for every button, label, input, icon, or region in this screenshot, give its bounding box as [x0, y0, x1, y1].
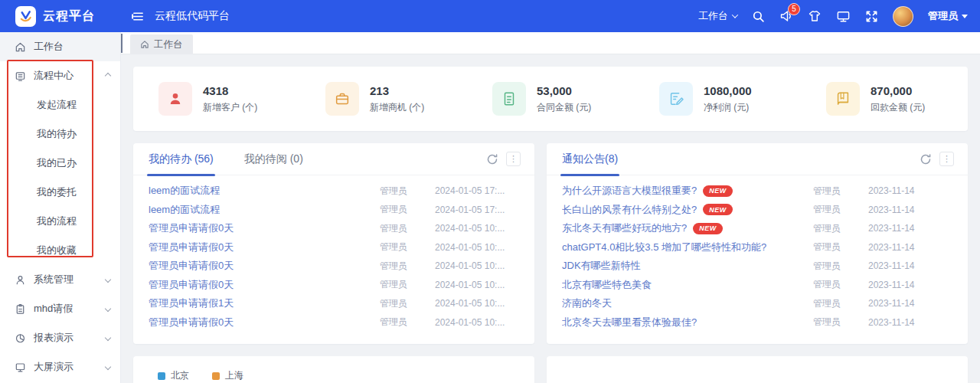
workspace-dropdown-label: 工作台: [698, 9, 728, 23]
todo-link[interactable]: leem的面试流程: [149, 184, 380, 198]
workspace-dropdown[interactable]: 工作台: [698, 9, 737, 23]
user-menu[interactable]: 管理员: [928, 9, 968, 23]
owner-label: 管理员: [380, 297, 427, 310]
notice-link[interactable]: 北京冬天去哪里看景体验最佳?: [562, 316, 813, 329]
sidebar-subitem-my-process[interactable]: 我的流程: [0, 207, 120, 236]
sidebar-item-bigscreen-demo[interactable]: 大屏演示: [0, 352, 120, 381]
sidebar-item-label: 流程中心: [34, 69, 74, 83]
owner-label: 管理员: [380, 185, 427, 198]
more-options-icon[interactable]: ⋮: [939, 152, 954, 166]
list-item: leem的面试流程管理员2024-01-05 17:...: [149, 182, 519, 201]
new-badge: NEW: [703, 204, 733, 215]
notice-panel-header: 通知公告(8) ⋮: [547, 143, 968, 175]
notice-link[interactable]: 北京有哪些特色美食: [562, 278, 813, 292]
date-label: 2023-11-14: [868, 205, 952, 215]
sidebar-item-label: mhd请假: [34, 302, 73, 316]
notice-link[interactable]: 东北冬天有哪些好玩的地方?NEW: [562, 221, 813, 235]
tab-workbench[interactable]: 工作台: [130, 34, 193, 54]
legend-item-beijing[interactable]: 北京: [158, 369, 189, 382]
more-options-icon[interactable]: ⋮: [506, 152, 521, 166]
theme-skin-icon[interactable]: [808, 9, 822, 23]
edit-document-icon: [659, 82, 693, 116]
menu-collapse-icon[interactable]: [132, 10, 145, 23]
tab-label: 我的待办 (56): [149, 152, 214, 166]
list-item: 东北冬天有哪些好玩的地方?NEW管理员2023-11-14: [562, 219, 952, 238]
sidebar-item-system-management[interactable]: 系统管理: [0, 265, 120, 294]
pie-chart-icon: [14, 332, 26, 344]
sidebar-subitem-my-done[interactable]: 我的已办: [0, 149, 120, 178]
announcement-horn-icon[interactable]: 5: [779, 9, 793, 23]
stat-label: 新增商机 (个): [370, 101, 424, 114]
stat-payment-collected: 870,000 回款金额 (元): [801, 82, 968, 116]
legend-label: 北京: [171, 369, 189, 382]
tab-my-todo[interactable]: 我的待办 (56): [149, 143, 214, 175]
notice-link[interactable]: 长白山的风景有什么特别之处?NEW: [562, 203, 813, 217]
stat-label: 新增客户 (个): [203, 101, 257, 114]
header-actions: 工作台 5: [698, 6, 980, 27]
sidebar-subitem-label: 我的待办: [37, 127, 77, 141]
todo-link[interactable]: 管理员申请请假0天: [149, 278, 380, 292]
sidebar-item-mhd-leave[interactable]: mhd请假: [0, 294, 120, 323]
notice-list: 为什么开源语言大模型很重要?NEW管理员2023-11-14 长白山的风景有什么…: [547, 175, 968, 332]
sidebar-item-workbench[interactable]: 工作台: [0, 32, 120, 61]
stat-value: 870,000: [871, 84, 925, 97]
todo-link[interactable]: 管理员申请请假0天: [149, 241, 380, 254]
chevron-down-icon: [105, 335, 111, 341]
owner-label: 管理员: [813, 297, 861, 310]
sidebar-subitem-label: 我的流程: [37, 214, 77, 228]
monitor-icon[interactable]: [836, 9, 851, 24]
briefcase-icon: [325, 82, 359, 116]
caret-down-icon: [962, 15, 968, 18]
user-avatar[interactable]: [893, 6, 913, 27]
stat-label: 合同金额 (元): [537, 101, 591, 114]
todo-link[interactable]: 管理员申请请假0天: [149, 259, 380, 273]
owner-label: 管理员: [380, 260, 427, 273]
todo-link[interactable]: 管理员申请请假1天: [149, 296, 380, 310]
todo-list: leem的面试流程管理员2024-01-05 17:... leem的面试流程管…: [133, 175, 534, 332]
owner-label: 管理员: [813, 260, 861, 273]
owner-label: 管理员: [813, 185, 861, 198]
home-icon: [140, 40, 149, 49]
second-chart-card: [547, 356, 968, 383]
new-badge: NEW: [703, 185, 733, 197]
notice-link[interactable]: 济南的冬天: [562, 296, 813, 310]
sidebar-subitem-my-favorites[interactable]: 我的收藏: [0, 236, 120, 265]
notice-link[interactable]: JDK有哪些新特性: [562, 259, 813, 273]
sidebar-item-report-demo[interactable]: 报表演示: [0, 323, 120, 352]
list-item: chatGPT4.0相比较3.5 增加了哪些特性和功能?管理员2023-11-1…: [562, 238, 952, 257]
fullscreen-icon[interactable]: [865, 10, 878, 23]
search-icon[interactable]: [752, 10, 765, 23]
date-label: 2023-11-14: [868, 242, 952, 253]
date-label: 2024-01-05 17:...: [435, 205, 519, 215]
refresh-icon[interactable]: [486, 153, 498, 165]
date-label: 2023-11-14: [868, 185, 952, 196]
legend-item-shanghai[interactable]: 上海: [212, 369, 243, 382]
notice-link[interactable]: chatGPT4.0相比较3.5 增加了哪些特性和功能?: [562, 241, 813, 254]
tab-my-toread[interactable]: 我的待阅 (0): [244, 143, 303, 175]
process-icon: [14, 70, 26, 82]
todo-link[interactable]: leem的面试流程: [149, 203, 380, 217]
date-label: 2023-11-14: [868, 298, 952, 309]
legend-label: 上海: [225, 369, 243, 382]
book-icon: [826, 82, 860, 116]
todo-panel-header: 我的待办 (56) 我的待阅 (0) ⋮: [133, 143, 534, 175]
tab-notices[interactable]: 通知公告(8): [562, 143, 618, 175]
notice-link[interactable]: 为什么开源语言大模型很重要?NEW: [562, 184, 813, 198]
sidebar-subitem-my-delegation[interactable]: 我的委托: [0, 178, 120, 207]
sidebar-nav: 工作台 流程中心 发起流程 我的待办 我的已办 我的委托 我的流程 我的收藏 系…: [0, 32, 121, 383]
owner-label: 管理员: [813, 316, 861, 329]
sidebar-item-process-center[interactable]: 流程中心: [0, 61, 120, 90]
sidebar-subitem-start-process[interactable]: 发起流程: [0, 90, 120, 119]
chevron-down-icon: [732, 11, 738, 18]
date-label: 2023-11-14: [868, 223, 952, 234]
sidebar-subitem-my-todo[interactable]: 我的待办: [0, 119, 120, 149]
list-item: 为什么开源语言大模型很重要?NEW管理员2023-11-14: [562, 182, 952, 201]
todo-link[interactable]: 管理员申请请假0天: [149, 221, 380, 235]
document-icon: [492, 82, 526, 116]
stat-label: 回款金额 (元): [871, 101, 925, 114]
list-item: 长白山的风景有什么特别之处?NEW管理员2023-11-14: [562, 201, 952, 220]
chevron-down-icon: [105, 277, 111, 283]
date-label: 2024-01-05 10:...: [435, 298, 519, 309]
refresh-icon[interactable]: [920, 153, 932, 165]
todo-link[interactable]: 管理员申请请假0天: [149, 316, 380, 329]
